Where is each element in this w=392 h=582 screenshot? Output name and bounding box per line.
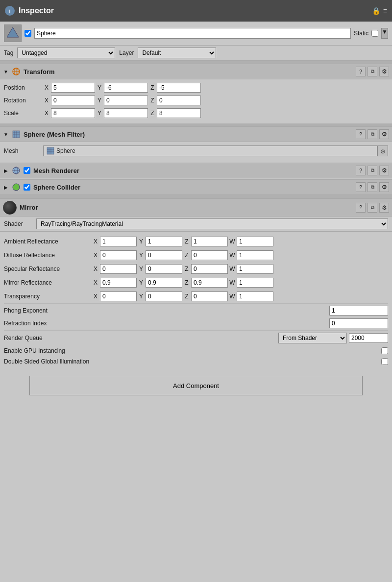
mirror-refl-z-input[interactable]: [191, 278, 228, 288]
phong-exponent-input[interactable]: [329, 306, 388, 315]
mirror-help-btn[interactable]: ?: [356, 203, 366, 213]
specular-w-input[interactable]: [237, 264, 273, 274]
mesh-renderer-checkbox[interactable]: [24, 167, 30, 174]
tag-select[interactable]: Untagged: [17, 48, 115, 58]
ambient-w-input[interactable]: [237, 237, 273, 246]
rot-z-axis: Z: [149, 97, 156, 104]
position-z-input[interactable]: [157, 83, 201, 93]
render-queue-select[interactable]: From Shader: [278, 333, 347, 343]
rotation-xyz: X Y Z: [43, 96, 388, 105]
specular-y-input[interactable]: [146, 264, 182, 274]
rotation-y-input[interactable]: [104, 96, 148, 105]
mesh-filter-arrow[interactable]: ▼: [3, 131, 9, 137]
ambient-z-input[interactable]: [191, 237, 228, 246]
mirror-properties: Ambient Reflectance X Y Z W Diffuse Refl…: [0, 232, 392, 370]
transform-arrow[interactable]: ▼: [3, 69, 9, 74]
transparency-w-input[interactable]: [237, 291, 273, 301]
static-dropdown[interactable]: ▼: [381, 28, 388, 39]
render-queue-value-input[interactable]: [349, 333, 388, 343]
transform-actions: ? ⧉ ⚙: [356, 67, 389, 76]
enable-gpu-checkbox[interactable]: [381, 347, 388, 354]
mesh-filter-help-btn[interactable]: ?: [356, 129, 366, 139]
mirror-thumbnail: [3, 201, 17, 215]
mesh-filter-gear-btn[interactable]: ⚙: [379, 129, 389, 139]
phong-exponent-row: Phong Exponent: [4, 304, 388, 317]
svg-marker-0: [7, 27, 19, 37]
diffuse-x-input[interactable]: [100, 250, 137, 260]
mirror-refl-w-input[interactable]: [237, 278, 273, 288]
transparency-y-input[interactable]: [146, 291, 182, 301]
transform-help-btn[interactable]: ?: [356, 67, 366, 76]
diffuse-w-input[interactable]: [237, 250, 273, 260]
mesh-select-btn[interactable]: ◎: [377, 146, 388, 156]
sphere-collider-actions: ? ⧉ ⚙: [356, 182, 389, 192]
rotation-label: Rotation: [4, 97, 43, 104]
diffuse-reflectance-xyzw: X Y Z W: [92, 250, 388, 260]
mesh-renderer-gear-btn[interactable]: ⚙: [379, 166, 389, 175]
refraction-index-input[interactable]: [329, 318, 388, 328]
rotation-z-input[interactable]: [157, 96, 201, 105]
position-xyz: X Y Z: [43, 83, 388, 93]
mirror-refl-y-input[interactable]: [146, 278, 182, 288]
diffuse-y-input[interactable]: [146, 250, 182, 260]
mesh-renderer-row: ▶ Mesh Renderer ? ⧉ ⚙: [0, 163, 392, 178]
add-component-button[interactable]: Add Component: [29, 376, 363, 395]
ambient-x-input[interactable]: [100, 237, 137, 246]
sphere-collider-checkbox[interactable]: [24, 184, 30, 191]
scale-y-input[interactable]: [104, 108, 148, 118]
scale-x-input[interactable]: [51, 108, 95, 118]
layer-label: Layer: [119, 49, 134, 56]
mirror-layers-btn[interactable]: ⧉: [368, 203, 377, 213]
pos-y-axis: Y: [96, 84, 103, 91]
menu-icon[interactable]: ≡: [383, 7, 387, 15]
sphere-collider-row: ▶ Sphere Collider ? ⧉ ⚙: [0, 179, 392, 195]
mesh-renderer-layers-btn[interactable]: ⧉: [368, 166, 377, 175]
transform-section-header: ▼ Transform ? ⧉ ⚙: [0, 64, 392, 79]
scale-z-input[interactable]: [157, 108, 201, 118]
specular-z-input[interactable]: [191, 264, 228, 274]
position-y-input[interactable]: [104, 83, 148, 93]
diffuse-z-input[interactable]: [191, 250, 228, 260]
object-name-input[interactable]: [34, 28, 351, 39]
title-bar-actions: 🔒 ≡: [372, 7, 387, 15]
lock-icon[interactable]: 🔒: [372, 7, 380, 15]
sphere-collider-gear-btn[interactable]: ⚙: [379, 182, 389, 192]
phong-exponent-label: Phong Exponent: [4, 307, 92, 314]
mesh-renderer-arrow[interactable]: ▶: [3, 168, 9, 173]
mesh-filter-icon: [12, 130, 21, 139]
specular-x-input[interactable]: [100, 264, 137, 274]
sphere-collider-arrow[interactable]: ▶: [3, 184, 9, 190]
shader-select[interactable]: RayTracing/RayTracingMaterial: [36, 218, 388, 229]
mesh-filter-header: ▼ Sphere (Mesh Filter) ? ⧉ ⚙: [0, 126, 392, 142]
transparency-row: Transparency X Y Z W: [4, 290, 388, 303]
rotation-x-input[interactable]: [51, 96, 95, 105]
mesh-label: Mesh: [4, 147, 43, 154]
transparency-z-input[interactable]: [191, 291, 228, 301]
scale-xyz: X Y Z: [43, 108, 388, 118]
ambient-y-input[interactable]: [146, 237, 182, 246]
object-active-checkbox[interactable]: [24, 30, 31, 37]
mesh-renderer-help-btn[interactable]: ?: [356, 166, 366, 175]
sphere-collider-help-btn[interactable]: ?: [356, 182, 366, 192]
render-queue-label: Render Queue: [4, 335, 92, 341]
mirror-header: Mirror ? ⧉ ⚙: [0, 199, 392, 217]
sphere-collider-layers-btn[interactable]: ⧉: [368, 182, 377, 192]
transform-gear-btn[interactable]: ⚙: [379, 67, 389, 76]
pos-x-axis: X: [43, 84, 50, 91]
mirror-gear-btn[interactable]: ⚙: [379, 203, 389, 213]
pos-z-axis: Z: [149, 84, 156, 91]
rotation-row: Rotation X Y Z: [0, 94, 392, 107]
scale-z-axis: Z: [149, 110, 156, 117]
scale-label: Scale: [4, 110, 43, 117]
mirror-refl-x-input[interactable]: [100, 278, 137, 288]
ambient-reflectance-row: Ambient Reflectance X Y Z W: [4, 235, 388, 248]
mesh-renderer-actions: ? ⧉ ⚙: [356, 166, 389, 175]
svg-rect-5: [13, 131, 20, 138]
transparency-x-input[interactable]: [100, 291, 137, 301]
layer-select[interactable]: Default: [138, 48, 216, 58]
position-x-input[interactable]: [51, 83, 95, 93]
mesh-filter-layers-btn[interactable]: ⧉: [368, 129, 377, 139]
transform-layers-btn[interactable]: ⧉: [368, 67, 377, 76]
double-sided-checkbox[interactable]: [381, 358, 388, 365]
static-checkbox[interactable]: [371, 30, 378, 37]
